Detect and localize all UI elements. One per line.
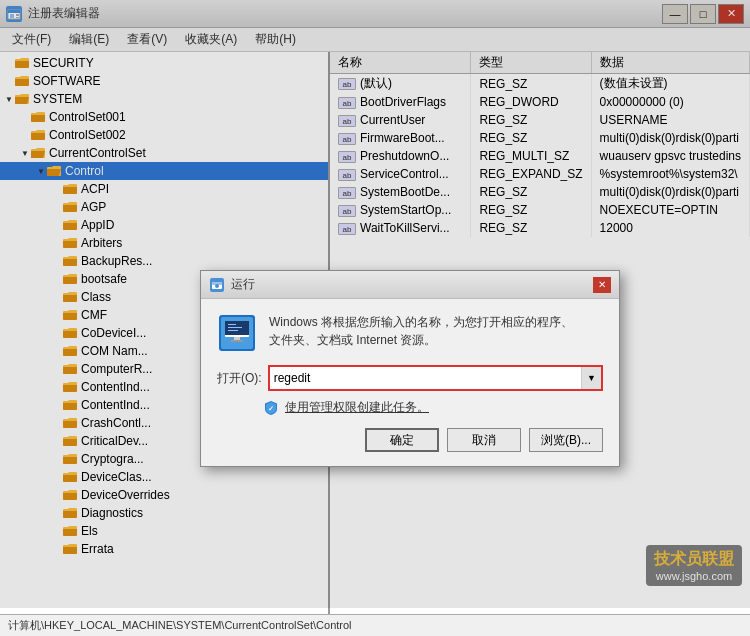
run-dialog-body: Windows 将根据您所输入的名称，为您打开相应的程序、文件夹、文档或 Int… [201, 299, 619, 466]
run-dialog-title-bar: 运行 ✕ [201, 271, 619, 299]
run-dialog-buttons: 确定 取消 浏览(B)... [217, 428, 603, 456]
run-dropdown-button[interactable]: ▼ [581, 367, 601, 389]
status-bar: 计算机\HKEY_LOCAL_MACHINE\SYSTEM\CurrentCon… [0, 614, 750, 636]
run-description-text: Windows 将根据您所输入的名称，为您打开相应的程序、文件夹、文档或 Int… [269, 313, 573, 349]
main-window: 注册表编辑器 — □ ✕ 文件(F) 编辑(E) 查看(V) 收藏夹(A) 帮助… [0, 0, 750, 636]
svg-rect-17 [228, 330, 238, 331]
svg-rect-16 [228, 327, 242, 328]
run-open-label: 打开(O): [217, 370, 262, 387]
run-input-wrapper: ▼ [268, 365, 603, 391]
run-cancel-button[interactable]: 取消 [447, 428, 521, 452]
run-admin-row: ✓ 使用管理权限创建此任务。 [217, 399, 603, 416]
run-dialog-top: Windows 将根据您所输入的名称，为您打开相应的程序、文件夹、文档或 Int… [217, 313, 603, 353]
run-dialog-title-text: 运行 [231, 276, 255, 293]
run-big-icon [217, 313, 257, 353]
run-dialog: 运行 ✕ [200, 270, 620, 467]
svg-rect-15 [228, 324, 236, 325]
svg-text:✓: ✓ [268, 405, 274, 412]
run-browse-button[interactable]: 浏览(B)... [529, 428, 603, 452]
run-dialog-title-left: 运行 [209, 276, 255, 293]
run-open-row: 打开(O): ▼ [217, 365, 603, 391]
status-text: 计算机\HKEY_LOCAL_MACHINE\SYSTEM\CurrentCon… [8, 618, 352, 633]
run-dialog-icon [209, 277, 225, 293]
run-command-input[interactable] [270, 367, 581, 389]
svg-rect-14 [231, 340, 243, 342]
admin-shield-icon: ✓ [263, 400, 279, 416]
run-admin-link[interactable]: 使用管理权限创建此任务。 [285, 399, 429, 416]
svg-point-8 [215, 284, 219, 288]
dialog-overlay: 运行 ✕ [0, 0, 750, 608]
run-dialog-close-button[interactable]: ✕ [593, 277, 611, 293]
run-ok-button[interactable]: 确定 [365, 428, 439, 452]
